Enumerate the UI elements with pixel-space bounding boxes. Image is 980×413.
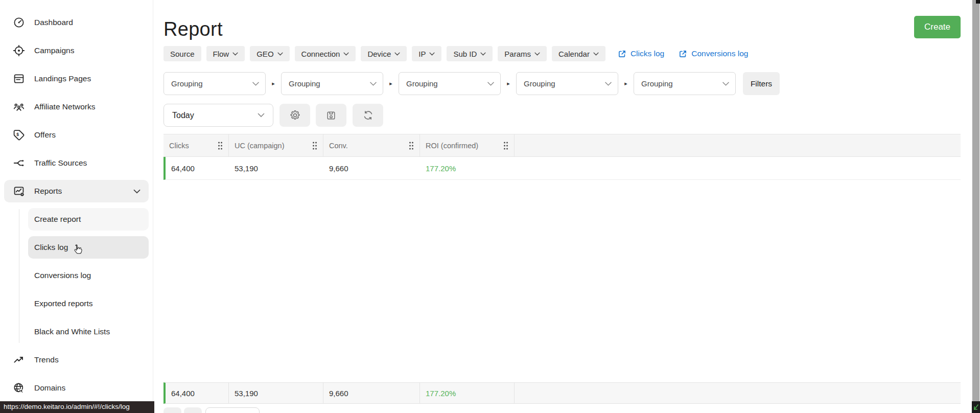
sidebar-item-label: Trends <box>34 355 59 364</box>
summary-empty <box>515 383 961 403</box>
sidebar-item-traffic-sources[interactable]: Traffic Sources <box>4 152 149 174</box>
document-icon <box>13 73 25 85</box>
filter-chips-row: Source Flow GEO Connection Device IP Sub… <box>164 46 748 61</box>
external-link-icon <box>679 50 687 58</box>
chevron-down-icon <box>487 82 494 86</box>
scrollbar-top-mark <box>976 0 980 4</box>
arrow-separator: ▸ <box>266 80 281 87</box>
column-header-clicks[interactable]: Clicks <box>164 134 229 156</box>
sidebar-item-reports[interactable]: Reports <box>4 180 149 202</box>
chevron-down-icon <box>258 113 265 118</box>
price-tag-icon: $ <box>13 129 25 141</box>
chevron-down-icon <box>480 52 486 56</box>
column-header-uc-campaign[interactable]: UC (campaign) <box>229 134 323 156</box>
sidebar-item-label: Dashboard <box>34 18 73 27</box>
chevron-down-icon <box>605 82 612 86</box>
chevron-down-icon <box>722 82 729 86</box>
column-label: Clicks <box>169 142 189 150</box>
submenu-item-conversions-log[interactable]: Conversions log <box>28 264 149 287</box>
submenu-item-label: Conversions log <box>34 271 91 280</box>
submenu-item-exported-reports[interactable]: Exported reports <box>28 292 149 315</box>
submenu-item-clicks-log[interactable]: Clicks log <box>28 236 149 259</box>
gear-icon <box>289 109 301 121</box>
sidebar-item-label: Reports <box>34 187 62 196</box>
conversions-log-link[interactable]: Conversions log <box>679 49 748 58</box>
submenu-item-label: Create report <box>34 215 81 224</box>
grouping-select-4[interactable]: Grouping <box>516 72 618 95</box>
per-page-select[interactable] <box>205 407 260 413</box>
chevron-down-icon <box>534 52 540 56</box>
filter-chip-connection[interactable]: Connection <box>295 46 356 61</box>
cell-uc-campaign: 53,190 <box>229 164 323 173</box>
column-label: UC (campaign) <box>235 142 285 150</box>
date-range-select[interactable]: Today <box>164 104 273 127</box>
submenu-item-black-white-lists[interactable]: Black and White Lists <box>28 320 149 343</box>
sidebar-item-domains[interactable]: Domains <box>4 377 149 399</box>
submenu-item-label: Clicks log <box>34 243 68 252</box>
filter-chip-calendar[interactable]: Calendar <box>552 46 605 61</box>
filter-chip-geo[interactable]: GEO <box>250 46 289 61</box>
drag-handle-icon[interactable] <box>217 141 223 150</box>
sidebar-item-label: Domains <box>34 383 65 393</box>
grouping-select-5[interactable]: Grouping <box>634 72 736 95</box>
chevron-down-icon <box>370 82 377 86</box>
column-header-conv[interactable]: Conv. <box>323 134 420 156</box>
sidebar-item-campaigns[interactable]: Campaigns <box>4 39 149 62</box>
drag-handle-icon[interactable] <box>312 141 318 150</box>
clicks-log-link[interactable]: Clicks log <box>618 49 664 58</box>
filter-chip-flow[interactable]: Flow <box>206 46 245 61</box>
table-summary-row: 64,400 53,190 9,660 177.20% <box>164 382 961 404</box>
branch-icon <box>13 157 25 169</box>
refresh-button[interactable] <box>353 104 383 127</box>
table-header-row: Clicks UC (campaign) Conv. ROI (confirme… <box>164 134 961 157</box>
filter-chip-ip[interactable]: IP <box>412 46 441 61</box>
grouping-row: Grouping ▸ Grouping ▸ Grouping ▸ Groupin… <box>164 72 780 95</box>
scrollbar-track[interactable] <box>972 0 980 413</box>
cell-conv: 9,660 <box>323 164 420 173</box>
grouping-select-2[interactable]: Grouping <box>281 72 383 95</box>
drag-handle-icon[interactable] <box>408 141 414 150</box>
sidebar-item-label: Affiliate Networks <box>34 102 95 111</box>
sidebar-item-label: Offers <box>34 130 56 140</box>
submenu-item-create-report[interactable]: Create report <box>28 208 149 231</box>
trending-up-icon <box>13 354 25 366</box>
chevron-down-icon <box>252 82 259 86</box>
column-header-roi-confirmed[interactable]: ROI (confirmed) <box>420 134 515 156</box>
green-arrow-icon <box>973 404 979 411</box>
sidebar-item-trends[interactable]: Trends <box>4 349 149 371</box>
arrow-separator: ▸ <box>383 80 399 87</box>
refresh-icon <box>362 109 374 121</box>
scrollbar-thumb[interactable] <box>972 0 979 401</box>
settings-button[interactable] <box>279 104 310 127</box>
report-table: Clicks UC (campaign) Conv. ROI (confirme… <box>164 134 961 180</box>
create-button[interactable]: Create <box>914 16 961 38</box>
sidebar-item-landings-pages[interactable]: Landings Pages <box>4 67 149 90</box>
filter-chip-device[interactable]: Device <box>361 46 407 61</box>
pagination-prev-button[interactable] <box>164 407 181 413</box>
sidebar-item-label: Landings Pages <box>34 74 91 83</box>
table-row[interactable]: 64,400 53,190 9,660 177.20% <box>164 157 961 180</box>
column-header-empty <box>515 134 961 156</box>
summary-conv: 9,660 <box>323 383 420 403</box>
save-button[interactable] <box>316 104 346 127</box>
date-toolbar-row: Today <box>164 104 383 127</box>
filters-button[interactable]: Filters <box>743 72 780 95</box>
grouping-placeholder: Grouping <box>289 79 320 88</box>
chip-label: Connection <box>301 50 340 58</box>
sidebar-item-offers[interactable]: $ Offers <box>4 124 149 146</box>
filter-chip-source[interactable]: Source <box>164 46 201 61</box>
pagination-next-button[interactable] <box>184 407 202 413</box>
chevron-down-icon <box>343 52 349 56</box>
filter-chip-sub-id[interactable]: Sub ID <box>447 46 493 61</box>
link-label: Clicks log <box>631 49 664 58</box>
filter-chip-params[interactable]: Params <box>498 46 547 61</box>
drag-handle-icon[interactable] <box>503 141 509 150</box>
date-range-value: Today <box>172 111 194 120</box>
summary-roi-confirmed: 177.20% <box>420 383 515 403</box>
sidebar-item-affiliate-networks[interactable]: Affiliate Networks <box>4 96 149 118</box>
chip-label: Sub ID <box>453 50 477 58</box>
grouping-select-1[interactable]: Grouping <box>164 72 266 95</box>
sidebar-item-dashboard[interactable]: Dashboard <box>4 11 149 34</box>
grouping-select-3[interactable]: Grouping <box>399 72 501 95</box>
summary-clicks: 64,400 <box>166 383 229 403</box>
